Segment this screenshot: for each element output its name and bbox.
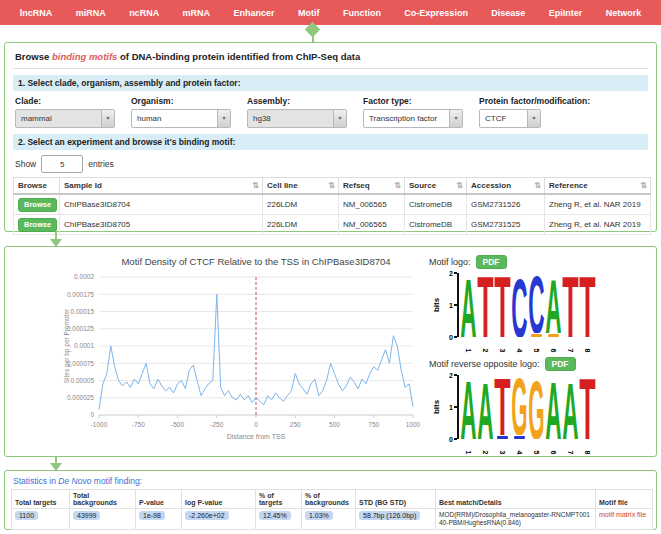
statistics-table: Total targets Total backgrounds P-value …: [11, 489, 653, 530]
clade-select[interactable]: mammal ▾: [15, 109, 115, 128]
page-title: Browse binding motifs of DNA-binding pro…: [13, 48, 648, 69]
table-row: Browse ChIPBase3ID8705 226LDM NM_006565 …: [14, 215, 651, 235]
entries-label: entries: [88, 159, 114, 169]
logo-letter-A: A: [477, 381, 494, 439]
nav-item-lncrna[interactable]: lncRNA: [20, 8, 53, 18]
show-label: Show: [15, 159, 36, 169]
statistics-table-header: Total targets Total backgrounds P-value …: [12, 490, 653, 509]
dropdown-arrow-icon[interactable]: ▾: [101, 110, 114, 127]
accession-cell: GSM2731526: [467, 194, 545, 215]
factor-type-label: Factor type:: [363, 96, 463, 106]
col-total-backgrounds: Total backgrounds: [70, 490, 136, 509]
minor-letter-mark: [548, 334, 559, 337]
experiment-table-header: Browse Sample Id⇅ Cell line⇅ Refseq⇅ Sou…: [14, 178, 651, 195]
organism-select[interactable]: human ▾: [131, 109, 231, 128]
sample-id-cell: ChIPBase3ID8705: [60, 215, 263, 235]
bits-axis-label: bits: [432, 400, 441, 414]
motif-logo: bits210ATTCCATT12345678: [431, 273, 657, 349]
svg-text:0: 0: [254, 421, 258, 428]
nav-item-epiinter[interactable]: EpiInter: [549, 8, 583, 18]
svg-text:A: A: [460, 379, 476, 440]
top-navbar: lncRNA miRNA ncRNA mRNA Enhancer Motif F…: [0, 0, 661, 25]
svg-text:A: A: [562, 381, 578, 439]
pdf-button[interactable]: PDF: [545, 357, 576, 371]
protein-factor-value: CTCF: [485, 114, 506, 123]
svg-text:T: T: [477, 274, 493, 337]
chipbase-motif-page: lncRNA miRNA ncRNA mRNA Enhancer Motif F…: [0, 0, 661, 534]
nav-item-mrna[interactable]: mRNA: [183, 8, 211, 18]
motif-matrix-file-link[interactable]: motif matrix file: [599, 511, 646, 518]
factor-type-select[interactable]: Transcription factor ▾: [363, 109, 463, 128]
col-motif-file: Motif file: [596, 490, 653, 509]
nav-item-coexpression[interactable]: Co-Expression: [404, 8, 468, 18]
svg-text:T: T: [494, 274, 510, 337]
dropdown-arrow-icon[interactable]: ▾: [333, 110, 346, 127]
logo-letter-T: T: [477, 274, 494, 337]
svg-text:Sites per bp per Promoter: Sites per bp per Promoter: [63, 308, 71, 383]
motif-logo-header: Motif logo: PDF: [429, 255, 657, 269]
sort-icon[interactable]: ⇅: [328, 181, 335, 190]
col-accession[interactable]: Accession⇅: [467, 178, 545, 195]
svg-text:0.0001: 0.0001: [74, 342, 94, 349]
minor-letter-mark: [514, 436, 525, 439]
minor-letter-mark: [497, 436, 508, 439]
pdf-button[interactable]: PDF: [476, 255, 507, 269]
pct-backgrounds-value: 1.03%: [305, 511, 333, 520]
sort-icon[interactable]: ⇅: [534, 181, 541, 190]
reverse-logo-header: Motif reverse opposite logo: PDF: [429, 357, 657, 371]
svg-text:0.00015: 0.00015: [71, 308, 95, 315]
col-best-match: Best match/Details: [436, 490, 596, 509]
logo-letter-A: A: [460, 277, 477, 338]
logo-letter-A: A: [545, 379, 562, 439]
nav-item-disease[interactable]: Disease: [491, 8, 525, 18]
svg-text:750: 750: [368, 421, 379, 428]
statistics-row: 1100 43999 1e-98 -2.260e+02 12.45% 1.03%…: [12, 509, 653, 530]
pvalue-value: 1e-98: [139, 511, 165, 520]
logo-letter-C: C: [511, 276, 528, 337]
svg-text:250: 250: [290, 421, 301, 428]
entries-select[interactable]: 5: [41, 155, 83, 173]
col-reference[interactable]: Reference⇅: [545, 178, 651, 195]
protein-factor-select[interactable]: CTCF ▾: [479, 109, 541, 128]
sort-icon[interactable]: ⇅: [252, 181, 259, 190]
dropdown-arrow-icon[interactable]: ▾: [527, 110, 540, 127]
logo-letter-T: T: [579, 376, 596, 439]
svg-text:0.00005: 0.00005: [71, 377, 95, 384]
col-source[interactable]: Source⇅: [405, 178, 467, 195]
nav-item-motif[interactable]: Motif: [298, 8, 320, 18]
clade-label: Clade:: [15, 96, 115, 106]
svg-text:T: T: [579, 274, 595, 337]
show-entries-row: Show 5 entries: [15, 155, 648, 173]
svg-text:A: A: [477, 381, 493, 439]
dropdown-arrow-icon[interactable]: ▾: [449, 110, 462, 127]
organism-value: human: [137, 114, 161, 123]
browse-button[interactable]: Browse: [18, 198, 57, 212]
assembly-select[interactable]: hg38 ▾: [247, 109, 347, 128]
nav-item-enhancer[interactable]: Enhancer: [234, 8, 275, 18]
logo-letter-C: C: [528, 273, 545, 333]
refseq-cell: NM_006565: [339, 194, 405, 215]
logo-letter-T: T: [494, 274, 511, 337]
col-cell-line[interactable]: Cell line⇅: [263, 178, 339, 195]
col-sample-id[interactable]: Sample Id⇅: [60, 178, 263, 195]
dropdown-arrow-icon[interactable]: ▾: [217, 110, 230, 127]
sort-icon[interactable]: ⇅: [640, 181, 647, 190]
nav-item-ncrna[interactable]: ncRNA: [129, 8, 159, 18]
sort-icon[interactable]: ⇅: [394, 181, 401, 190]
nav-item-network[interactable]: Network: [606, 8, 642, 18]
col-refseq[interactable]: Refseq⇅: [339, 178, 405, 195]
logo-letter-A: A: [460, 379, 477, 440]
svg-text:0.000125: 0.000125: [67, 325, 94, 332]
svg-text:G: G: [528, 378, 544, 439]
nav-item-mirna[interactable]: miRNA: [76, 8, 106, 18]
cell-line-cell: 226LDM: [263, 215, 339, 235]
nav-item-function[interactable]: Function: [343, 8, 381, 18]
svg-text:-500: -500: [171, 421, 184, 428]
sort-icon[interactable]: ⇅: [456, 181, 463, 190]
svg-text:-1000: -1000: [91, 421, 108, 428]
svg-text:0.000075: 0.000075: [67, 360, 94, 367]
factor-type-field: Factor type: Transcription factor ▾: [363, 96, 463, 128]
svg-text:C: C: [528, 273, 544, 333]
browse-button[interactable]: Browse: [18, 218, 57, 232]
logo-letter-T: T: [579, 274, 596, 337]
